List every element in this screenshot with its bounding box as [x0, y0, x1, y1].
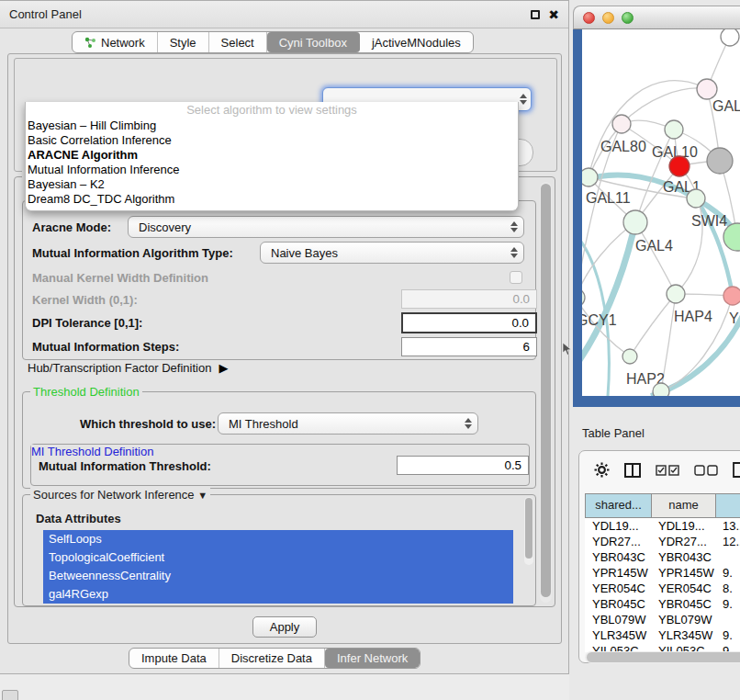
algorithm-option[interactable]: Mutual Information Inference — [26, 163, 518, 177]
mi-threshold-input[interactable] — [397, 456, 529, 475]
table-cell: YLR345W — [585, 627, 651, 643]
screen: Control Panel ✖ NetworkStyleSelectCyni T… — [0, 0, 740, 700]
node-label: GCY1 — [582, 312, 617, 328]
tab-label: Impute Data — [141, 651, 207, 665]
float-window-icon[interactable] — [531, 10, 540, 19]
zoom-traffic-light-icon[interactable] — [622, 12, 633, 24]
network-node-swi4[interactable] — [687, 189, 705, 208]
which-threshold-value: MI Threshold — [229, 417, 298, 431]
right-region: GALGAL80GAL10GAL1GAL11SWI4GAL4GCY1HAP4YH… — [569, 0, 740, 700]
attribute-item[interactable]: SelfLoops — [43, 530, 513, 548]
network-node-gal1[interactable] — [669, 156, 690, 176]
bottom-tabs: Impute DataDiscretize DataInfer Network — [129, 648, 420, 669]
dpi-tolerance-input[interactable] — [401, 312, 537, 333]
network-node[interactable] — [707, 148, 733, 174]
algorithm-option[interactable]: Dream8 DC_TDC Algorithm — [26, 192, 518, 207]
gear-icon[interactable] — [594, 462, 610, 478]
network-node-gcy1[interactable] — [582, 288, 585, 307]
table-row[interactable]: YBR045CYBR045C9. — [585, 596, 740, 612]
minimize-traffic-light-icon[interactable] — [602, 12, 614, 24]
kernel-width-input[interactable] — [401, 289, 537, 309]
network-node[interactable] — [653, 383, 669, 396]
close-traffic-light-icon[interactable] — [583, 12, 595, 24]
attributes-scrollbar[interactable] — [524, 497, 533, 565]
algorithm-option[interactable]: Bayesian – Hill Climbing — [26, 119, 518, 133]
close-icon[interactable]: ✖ — [548, 10, 559, 19]
node-label: HAP4 — [674, 309, 712, 324]
settings-scrollbar[interactable] — [540, 182, 552, 603]
mi-type-combobox[interactable]: Naive Bayes — [260, 242, 524, 264]
tab-style[interactable]: Style — [158, 32, 209, 52]
table-row[interactable]: YDL19...YDL19...13... — [585, 518, 740, 534]
tab-network[interactable]: Network — [73, 32, 158, 52]
network-node-gal[interactable] — [697, 79, 717, 99]
table-horizontal-scrollbar[interactable] — [585, 651, 740, 663]
network-edge[interactable] — [622, 88, 707, 124]
deselect-all-checkboxes-icon[interactable] — [694, 465, 718, 476]
sources-group: Sources for Network Inference ▼ Data Att… — [22, 494, 536, 606]
network-node-gal10[interactable] — [665, 120, 683, 139]
node-label: GAL — [712, 98, 740, 114]
which-threshold-combobox[interactable]: MI Threshold — [218, 412, 478, 435]
collapsed-panel-button[interactable] — [2, 690, 18, 700]
attribute-item[interactable]: BetweennessCentrality — [43, 567, 513, 585]
collapse-down-icon[interactable]: ▼ — [197, 490, 207, 501]
column-header[interactable]: name — [651, 494, 715, 517]
table-cell: YDL19... — [651, 518, 715, 534]
node-label: Y — [729, 310, 739, 326]
network-node-gal80[interactable] — [612, 115, 631, 133]
network-window-titlebar[interactable] — [573, 6, 740, 29]
network-node-gal4[interactable] — [623, 210, 647, 234]
algorithm-option[interactable]: Basic Correlation Inference — [26, 133, 518, 148]
tab-impute-data[interactable]: Impute Data — [129, 649, 219, 668]
algorithm-option[interactable]: Bayesian – K2 — [26, 177, 518, 192]
table-row[interactable]: YBL079WYBL079W — [585, 612, 740, 627]
network-icon — [84, 37, 96, 49]
dpi-tolerance-label: DPI Tolerance [0,1]: — [32, 316, 142, 330]
network-edge[interactable] — [630, 294, 676, 356]
column-header[interactable]: shared... — [585, 494, 651, 517]
table-panel-title: Table Panel — [582, 426, 645, 440]
table-row[interactable]: YDR27...YDR27...12... — [585, 534, 740, 549]
node-label: SWI4 — [691, 213, 727, 229]
hub-definition-toggle[interactable]: Hub/Transcription Factor Definition ▶ — [28, 361, 228, 375]
attribute-item[interactable]: gal4RGexp — [43, 585, 513, 604]
tab-label: jActiveMNodules — [372, 36, 461, 50]
combo-stepper-icon — [465, 413, 472, 434]
tab-jactivemnodules[interactable]: jActiveMNodules — [360, 32, 473, 52]
tab-discretize-data[interactable]: Discretize Data — [219, 649, 325, 668]
network-node-y[interactable] — [723, 287, 740, 305]
algorithm-option[interactable]: ARACNE Algorithm — [26, 148, 518, 163]
table-row[interactable]: YBR043CYBR043C — [585, 549, 740, 565]
tab-label: Infer Network — [337, 651, 408, 665]
tab-infer-network[interactable]: Infer Network — [325, 649, 420, 668]
table-cell: YDR27... — [585, 534, 651, 549]
network-node-gal11[interactable] — [582, 168, 598, 186]
data-attributes-label: Data Attributes — [36, 512, 121, 525]
column-header[interactable] — [715, 494, 740, 517]
network-node-hap2[interactable] — [622, 349, 637, 364]
document-icon[interactable] — [733, 462, 740, 478]
mi-steps-input[interactable] — [401, 337, 537, 356]
attribute-item[interactable]: TopologicalCoefficient — [43, 548, 513, 567]
network-canvas[interactable]: GALGAL80GAL10GAL1GAL11SWI4GAL4GCY1HAP4YH… — [582, 29, 740, 396]
network-node-hap4[interactable] — [667, 285, 685, 303]
tab-cyni-toolbox[interactable]: Cyni Toolbox — [267, 32, 360, 52]
network-view-window: GALGAL80GAL10GAL1GAL11SWI4GAL4GCY1HAP4YH… — [573, 6, 740, 407]
algorithm-dropdown-placeholder: Select algorithm to view settings — [26, 102, 518, 119]
combo-stepper-icon — [510, 243, 518, 263]
cyni-algorithm-settings-group: Cyni Algorithm Settings Algorithm Defini… — [14, 176, 555, 607]
split-columns-icon[interactable] — [624, 463, 641, 478]
manual-kernel-checkbox[interactable] — [510, 271, 522, 284]
apply-button[interactable]: Apply — [252, 616, 317, 638]
network-node[interactable] — [721, 29, 739, 46]
tab-select[interactable]: Select — [209, 32, 267, 52]
table-row[interactable]: YLR345WYLR345W9. — [585, 627, 740, 643]
table-row[interactable]: YPR145WYPR145W9. — [585, 565, 740, 581]
select-all-checkboxes-icon[interactable] — [656, 465, 679, 476]
table-cell: 12... — [715, 534, 740, 549]
table-row[interactable]: YER054CYER054C8. — [585, 581, 740, 596]
table-header-row: shared...name — [585, 493, 740, 518]
aracne-mode-combobox[interactable]: Discovery — [128, 216, 524, 238]
node-table: shared...name YDL19...YDL19...13...YDR27… — [585, 493, 740, 652]
